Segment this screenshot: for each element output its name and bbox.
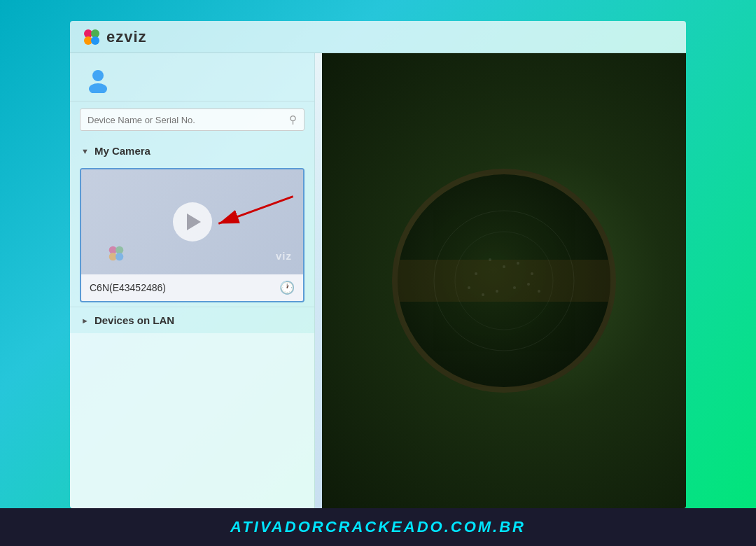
video-panel (322, 53, 686, 508)
main-content-area (315, 53, 686, 508)
svg-point-21 (517, 262, 519, 265)
bottom-banner-text: ATIVADORCRACKEADO.COM.BR (230, 518, 526, 536)
logo-area: ezviz (81, 27, 147, 48)
user-icon-wrap (84, 66, 300, 94)
user-area (70, 53, 314, 102)
app-logo-text: ezviz (106, 28, 147, 46)
search-bar[interactable]: ⚲ (80, 108, 304, 131)
thumbnail-ezviz-icon (106, 244, 126, 263)
title-bar: ezviz (70, 21, 686, 53)
svg-point-19 (489, 258, 491, 261)
ezviz-logo-icon (81, 27, 102, 48)
flag-dots (413, 190, 595, 372)
svg-point-24 (482, 293, 484, 296)
my-camera-section-header[interactable]: ▼ My Camera (70, 138, 314, 164)
device-search-input[interactable] (88, 115, 284, 125)
svg-point-18 (475, 272, 477, 275)
content-area: ⚲ ▼ My Camera (70, 53, 686, 508)
app-background: ezviz (0, 0, 756, 546)
camera-thumbnail: viz (81, 169, 303, 274)
svg-point-22 (531, 272, 533, 275)
sidebar: ⚲ ▼ My Camera (70, 53, 315, 508)
main-window: ezviz (70, 21, 686, 508)
thumbnail-ezviz-text: viz (276, 250, 292, 262)
search-icon: ⚲ (289, 113, 297, 126)
svg-point-5 (89, 83, 107, 93)
camera-info-bar: C6N(E43452486) 🕐 (81, 274, 303, 301)
devices-lan-arrow-icon: ► (81, 316, 89, 325)
svg-point-26 (513, 286, 516, 289)
svg-point-28 (538, 290, 540, 293)
camera-device-name: C6N(E43452486) (90, 282, 166, 293)
play-triangle-icon (187, 214, 201, 230)
video-content (322, 53, 686, 508)
svg-point-25 (496, 290, 498, 293)
svg-point-9 (115, 253, 123, 260)
flag-circle (392, 169, 616, 393)
svg-point-23 (468, 286, 470, 289)
svg-point-3 (91, 36, 99, 45)
svg-point-17 (455, 232, 553, 330)
my-camera-arrow-icon: ▼ (81, 147, 89, 155)
camera-card[interactable]: viz (80, 168, 304, 302)
sidebar-bottom-space (70, 333, 314, 508)
devices-lan-header[interactable]: ► Devices on LAN (81, 314, 303, 326)
svg-point-20 (503, 265, 505, 268)
user-avatar-icon (84, 66, 112, 94)
devices-on-lan-section[interactable]: ► Devices on LAN (70, 307, 314, 333)
svg-point-27 (527, 283, 530, 286)
playback-history-icon[interactable]: 🕐 (279, 280, 295, 295)
my-camera-label: My Camera (94, 145, 150, 157)
bottom-banner: ATIVADORCRACKEADO.COM.BR (0, 508, 756, 546)
svg-line-11 (218, 197, 293, 224)
play-button[interactable] (173, 202, 212, 241)
devices-lan-label: Devices on LAN (94, 314, 174, 326)
svg-point-4 (92, 70, 104, 81)
